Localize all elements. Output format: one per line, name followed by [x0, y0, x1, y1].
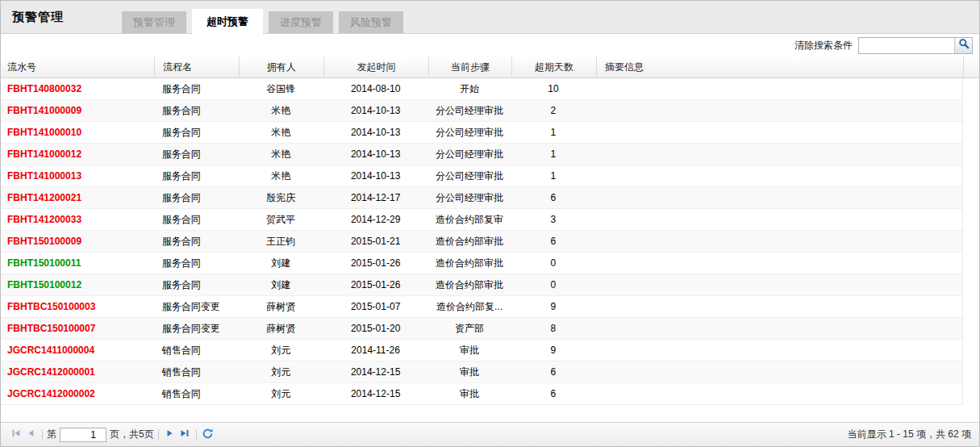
table-row[interactable]: FBHTBC150100007服务合同变更薛树贤2015-01-20资产部8 [1, 318, 963, 340]
table-row[interactable]: FBHT141200021服务合同殷宪庆2014-12-17分公司经理审批6 [1, 187, 963, 209]
cell-start: 2014-10-13 [323, 144, 428, 165]
table-row[interactable]: FBHT150100012服务合同刘建2015-01-26造价合约部审批0 [1, 274, 963, 296]
table-row[interactable]: FBHT141000009服务合同米艳2014-10-13分公司经理审批2 [1, 100, 963, 122]
cell-summary [595, 122, 962, 143]
table-row[interactable]: FBHT141200033服务合同贺武平2014-12-29造价合约部复审3 [1, 209, 963, 231]
cell-id[interactable]: FBHT141200021 [1, 187, 154, 208]
cell-summary [595, 318, 962, 339]
cell-owner: 刘元 [239, 383, 323, 404]
cell-start: 2014-10-13 [323, 100, 428, 121]
table-row[interactable]: JGCRC1412000001销售合同刘元2014-12-15审批6 [1, 361, 963, 383]
last-page-icon [179, 428, 190, 441]
cell-owner: 刘元 [239, 361, 323, 382]
cell-days: 6 [511, 187, 595, 208]
column-header-summary[interactable]: 摘要信息 [596, 56, 963, 77]
cell-id[interactable]: JGCRC1411000004 [1, 340, 154, 361]
cell-id[interactable]: FBHTBC150100007 [1, 318, 154, 339]
tab-overtime-alert[interactable]: 超时预警 [192, 9, 263, 34]
column-header-overdue-days[interactable]: 超期天数 [511, 56, 596, 77]
next-page-button[interactable] [163, 428, 177, 442]
tab-risk-alert[interactable]: 风险预警 [339, 11, 403, 33]
first-page-icon [10, 428, 22, 441]
column-header-serial[interactable]: 流水号 [1, 56, 154, 77]
cell-step: 分公司经理审批 [428, 144, 511, 165]
cell-days: 2 [511, 100, 595, 121]
cell-id[interactable]: FBHT141200033 [1, 209, 154, 230]
cell-owner: 薛树贤 [239, 318, 323, 339]
cell-summary [595, 187, 962, 208]
cell-process: 销售合同 [154, 340, 239, 361]
table-row[interactable]: FBHT150100011服务合同刘建2015-01-26造价合约部审批0 [1, 253, 963, 274]
table-row[interactable]: FBHTBC150100003服务合同变更薛树贤2015-01-07造价合约部复… [1, 296, 963, 318]
cell-process: 销售合同 [154, 383, 239, 404]
cell-summary [595, 296, 962, 317]
table-row[interactable]: FBHT141000012服务合同米艳2014-10-13分公司经理审批1 [1, 144, 963, 165]
clear-search-button[interactable]: 清除搜索条件 [794, 39, 853, 52]
cell-summary [595, 231, 962, 252]
table-row[interactable]: FBHT141000013服务合同米艳2014-10-13分公司经理审批1 [1, 165, 963, 187]
cell-id[interactable]: FBHT150100012 [1, 274, 154, 295]
pager: 第 页，共5页 [9, 428, 215, 442]
table-row[interactable]: FBHT150100009服务合同王正钧2015-01-21造价合约部审批6 [1, 231, 963, 253]
cell-start: 2014-10-13 [323, 165, 428, 186]
cell-owner: 刘元 [239, 340, 323, 361]
cell-process: 服务合同 [154, 144, 239, 165]
cell-id[interactable]: FBHT150100011 [1, 253, 154, 274]
cell-process: 服务合同 [154, 274, 239, 295]
cell-id[interactable]: JGCRC1412000001 [1, 361, 154, 382]
cell-id[interactable]: FBHT141000010 [1, 122, 154, 143]
page-number-input[interactable] [60, 428, 106, 442]
cell-start: 2014-12-15 [323, 383, 428, 404]
cell-summary [595, 383, 962, 404]
column-header-process[interactable]: 流程名 [154, 56, 239, 77]
table-row[interactable]: JGCRC1411000004销售合同刘元2014-11-26审批9 [1, 340, 963, 361]
result-count-status: 当前显示 1 - 15 项，共 62 项 [848, 428, 971, 441]
search-input[interactable] [859, 38, 954, 53]
cell-days: 10 [511, 78, 595, 99]
last-page-button[interactable] [177, 428, 192, 442]
cell-process: 服务合同 [154, 187, 239, 208]
column-header-current-step[interactable]: 当前步骤 [428, 56, 511, 77]
cell-id[interactable]: FBHTBC150100003 [1, 296, 154, 317]
cell-owner: 米艳 [239, 165, 323, 186]
cell-step: 开始 [428, 78, 511, 99]
tab-alert-management[interactable]: 预警管理 [122, 11, 186, 33]
tab-progress-alert[interactable]: 进度预警 [269, 11, 333, 33]
cell-process: 服务合同变更 [154, 296, 239, 317]
cell-step: 审批 [428, 383, 511, 404]
cell-step: 审批 [428, 361, 511, 382]
cell-id[interactable]: FBHT141000012 [1, 144, 154, 165]
cell-process: 服务合同 [154, 209, 239, 230]
table-row[interactable]: FBHT141000010服务合同米艳2014-10-13分公司经理审批1 [1, 122, 963, 144]
table-row[interactable]: JGCRC1412000002销售合同刘元2014-12-15审批6 [1, 383, 963, 405]
refresh-button[interactable] [201, 428, 215, 442]
cell-summary [595, 144, 962, 165]
cell-summary [595, 274, 962, 295]
cell-id[interactable]: JGCRC1412000002 [1, 383, 154, 404]
cell-days: 1 [511, 165, 595, 186]
cell-step: 审批 [428, 340, 511, 361]
cell-process: 服务合同 [154, 165, 239, 186]
cell-owner: 殷宪庆 [239, 187, 323, 208]
cell-process: 服务合同 [154, 122, 239, 143]
pager-separator [158, 429, 159, 441]
cell-id[interactable]: FBHT141000009 [1, 100, 154, 121]
prev-page-button[interactable] [23, 428, 38, 442]
cell-owner: 米艳 [239, 144, 323, 165]
cell-step: 造价合约部复审 [428, 209, 511, 230]
search-toolbar: 清除搜索条件 [1, 34, 979, 56]
table-row[interactable]: FBHT140800032服务合同谷国锋2014-08-10开始10 [1, 78, 963, 100]
cell-id[interactable]: FBHT150100009 [1, 231, 154, 252]
cell-step: 造价合约部审批 [428, 274, 511, 295]
cell-id[interactable]: FBHT141000013 [1, 165, 154, 186]
cell-start: 2014-12-15 [323, 361, 428, 382]
page-prefix-label: 第 [47, 428, 56, 441]
column-header-owner[interactable]: 拥有人 [239, 56, 323, 77]
alert-grid: 流水号 流程名 拥有人 发起时间 当前步骤 超期天数 摘要信息 FBHT1408… [1, 56, 979, 405]
cell-owner: 王正钧 [239, 231, 323, 252]
cell-start: 2014-12-17 [323, 187, 428, 208]
cell-id[interactable]: FBHT140800032 [1, 78, 154, 99]
search-button[interactable] [954, 38, 972, 53]
column-header-start-time[interactable]: 发起时间 [323, 56, 428, 77]
first-page-button[interactable] [9, 428, 23, 442]
